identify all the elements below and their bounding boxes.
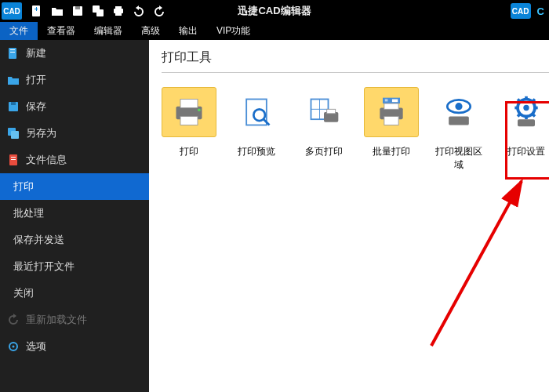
printer-icon — [172, 95, 206, 129]
menu-file[interactable]: 文件 — [0, 22, 38, 40]
svg-rect-40 — [384, 117, 398, 125]
tool-print-view-area[interactable]: 打印视图区域 — [431, 87, 486, 172]
svg-rect-9 — [115, 13, 122, 16]
svg-line-50 — [518, 100, 521, 103]
tool-multi-page-print[interactable]: 多页打印 — [296, 87, 351, 172]
annotation-arrow — [416, 165, 549, 365]
file-info-icon — [7, 154, 20, 166]
app-logo-icon: CAD — [2, 2, 22, 20]
save-icon[interactable] — [71, 4, 85, 18]
svg-rect-14 — [11, 102, 16, 105]
sidebar-item-label: 另存为 — [26, 126, 56, 140]
svg-rect-8 — [115, 6, 122, 9]
sidebar-item-label: 选项 — [26, 339, 46, 354]
svg-rect-54 — [518, 119, 535, 126]
svg-line-51 — [532, 114, 535, 117]
sidebar-item-label: 批处理 — [13, 206, 44, 220]
svg-rect-39 — [384, 103, 398, 109]
save-as-icon[interactable] — [91, 4, 105, 18]
menu-advanced[interactable]: 高级 — [132, 22, 169, 40]
menu-editor[interactable]: 编辑器 — [85, 22, 132, 40]
svg-rect-36 — [385, 100, 388, 101]
sidebar-item-label: 新建 — [26, 46, 46, 60]
sidebar-item-batch[interactable]: 批处理 — [0, 200, 149, 227]
print-icon[interactable] — [111, 4, 125, 18]
save-icon — [7, 100, 20, 113]
sidebar-item-open[interactable]: 打开 — [0, 67, 149, 93]
sidebar-item-options[interactable]: 选项 — [0, 333, 149, 360]
sidebar-item-close[interactable]: 关闭 — [0, 280, 149, 307]
new-doc-icon[interactable] — [30, 4, 44, 18]
menu-vip[interactable]: VIP功能 — [207, 22, 260, 40]
svg-line-55 — [431, 181, 522, 346]
quick-access-toolbar — [30, 4, 166, 18]
sidebar-item-fileinfo[interactable]: 文件信息 — [0, 147, 149, 173]
sidebar-item-save-as[interactable]: 另存为 — [0, 120, 149, 147]
svg-line-53 — [518, 114, 521, 117]
svg-rect-37 — [392, 100, 398, 103]
svg-line-52 — [532, 100, 535, 103]
svg-rect-12 — [10, 52, 15, 53]
tool-label: 打印预览 — [238, 145, 275, 158]
sidebar-item-label: 打开 — [26, 73, 46, 87]
tool-label: 打印视图区域 — [431, 145, 486, 172]
tool-print[interactable]: 打印 — [162, 87, 216, 172]
tool-label: 打印 — [180, 145, 198, 158]
gear-printer-icon — [509, 95, 544, 129]
save-as-icon — [7, 127, 20, 140]
content-heading: 打印工具 — [162, 49, 549, 66]
redo-icon[interactable] — [152, 4, 166, 18]
batch-print-icon — [374, 95, 409, 129]
sidebar-item-print[interactable]: 打印 — [0, 173, 149, 200]
tool-label: 批量打印 — [373, 145, 410, 158]
svg-point-25 — [198, 108, 201, 111]
sidebar-item-recent[interactable]: 最近打开文件 — [0, 253, 149, 280]
content-pane: 打印工具 打印 打印预览 多页打印 — [149, 40, 549, 392]
reload-icon — [7, 314, 20, 326]
svg-rect-2 — [36, 7, 37, 11]
sidebar-item-label: 打印 — [13, 180, 34, 194]
svg-rect-43 — [449, 117, 469, 125]
svg-rect-6 — [96, 9, 104, 16]
tool-batch-print[interactable]: 批量打印 — [364, 87, 419, 172]
print-tools-row: 打印 打印预览 多页打印 批量打印 — [162, 87, 549, 172]
sidebar-item-reload: 重新加载文件 — [0, 307, 149, 333]
eye-area-icon — [442, 95, 476, 129]
svg-rect-16 — [11, 131, 19, 139]
new-doc-icon — [7, 47, 20, 60]
svg-rect-18 — [11, 157, 16, 158]
sidebar-item-save[interactable]: 保存 — [0, 93, 149, 120]
preview-icon — [239, 95, 274, 129]
window-title: 迅捷CAD编辑器 — [238, 4, 311, 18]
title-bar: CAD 迅捷CAD编辑器 CAD C — [0, 0, 549, 22]
tool-label: 多页打印 — [305, 145, 343, 158]
menu-output[interactable]: 输出 — [169, 22, 207, 40]
sidebar-item-label: 关闭 — [13, 286, 34, 300]
undo-icon[interactable] — [132, 4, 146, 18]
open-folder-icon[interactable] — [50, 4, 64, 18]
sidebar-item-label: 文件信息 — [26, 153, 67, 167]
c-label: C — [537, 5, 544, 17]
svg-rect-4 — [75, 6, 80, 9]
svg-point-45 — [523, 105, 529, 111]
sidebar-item-label: 保存 — [26, 100, 46, 114]
sidebar: 新建 打开 保存 另存为 文件信息 打印 批处理 保存并发送 — [0, 40, 149, 392]
tool-label: 打印设置 — [507, 145, 545, 158]
tool-print-settings[interactable]: 打印设置 — [499, 87, 549, 172]
svg-point-21 — [13, 346, 15, 348]
svg-rect-24 — [180, 117, 198, 125]
cad-badge-icon[interactable]: CAD — [511, 3, 531, 19]
menu-bar: 文件 查看器 编辑器 高级 输出 VIP功能 — [0, 22, 549, 40]
svg-rect-35 — [385, 100, 388, 100]
svg-point-42 — [455, 103, 462, 110]
menu-viewer[interactable]: 查看器 — [38, 22, 85, 40]
sidebar-item-new[interactable]: 新建 — [0, 40, 149, 67]
svg-rect-11 — [10, 49, 15, 50]
svg-rect-23 — [180, 100, 198, 108]
sidebar-item-label: 最近打开文件 — [13, 260, 75, 274]
svg-rect-19 — [11, 159, 16, 160]
sidebar-item-label: 重新加载文件 — [26, 313, 87, 327]
tool-print-preview[interactable]: 打印预览 — [229, 87, 284, 172]
sidebar-item-label: 保存并发送 — [13, 233, 64, 247]
sidebar-item-save-send[interactable]: 保存并发送 — [0, 227, 149, 253]
